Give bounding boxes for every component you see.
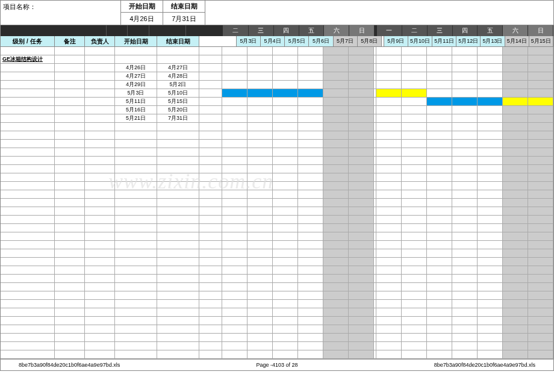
gantt-cell [222,216,247,223]
gantt-cell [323,308,349,316]
gantt-cell [323,241,349,249]
table-row [1,266,553,275]
gantt-cell [503,55,528,63]
gantt-cell [402,106,427,114]
gantt-cell [427,308,452,316]
gantt-cell [402,72,427,80]
gantt-cell [452,81,478,89]
gantt-cell [376,266,402,274]
table-row: GE冰箱结构设计 [1,55,553,64]
gantt-cell [247,47,273,55]
gantt-cell [376,258,402,266]
gantt-cell [247,165,273,173]
gantt-cell [323,173,349,181]
gantt-cell [402,325,427,333]
gantt-cell [349,131,374,139]
gantt-cell [273,241,298,249]
gantt-cell [273,232,298,240]
gantt-cell [222,249,247,257]
gantt-cell [349,241,374,249]
gantt-cell [427,283,452,291]
gantt-cell [222,291,247,299]
gantt-cell [298,47,323,55]
gantt-cell [402,55,427,63]
gantt-cell [323,89,349,97]
gantt-cell [427,114,452,122]
weekday-cell: 六 [503,25,528,36]
gantt-cell [298,308,323,316]
gantt-cell [478,350,503,358]
gantt-cell [427,216,452,223]
date-header-cell: 5月7日 [334,36,358,46]
gantt-cell [247,64,273,72]
gantt-cell [427,207,452,215]
gantt-cell [222,275,247,282]
gantt-cell [323,157,349,164]
date-header-cell: 5月5日 [285,36,309,46]
gantt-cell [376,165,402,173]
gantt-cell [222,334,247,341]
footer-filename-left: 8be7b3a90f84de20c1b0f6ae4a9e97bd.xls [19,362,120,368]
gantt-cell [247,114,273,122]
gantt-cell [402,216,427,223]
gantt-cell [298,266,323,274]
gantt-cell [323,334,349,341]
table-row [1,165,553,173]
gantt-cell [402,173,427,181]
gantt-cell [349,98,374,105]
gantt-cell [323,224,349,232]
gantt-cell [528,47,553,55]
gantt-cell [528,325,553,333]
gantt-cell [427,275,452,282]
gantt-cell [247,199,273,207]
gantt-cell [273,89,298,97]
table-row [1,224,553,232]
gantt-cell [349,114,374,122]
gantt-cell [452,241,478,249]
gantt-cell [402,258,427,266]
gantt-cell [273,275,298,282]
gantt-cell [273,114,298,122]
gantt-cell [298,275,323,282]
table-row [1,47,553,55]
gantt-cell [273,224,298,232]
gantt-cell [528,266,553,274]
gantt-cell [503,258,528,266]
gantt-cell [323,114,349,122]
gantt-cell [503,131,528,139]
gantt-cell [452,72,478,80]
gantt-cell [503,47,528,55]
gantt-cell [478,114,503,122]
gantt-cell [402,190,427,198]
gantt-cell [247,350,273,358]
gantt-cell [478,140,503,148]
gantt-cell [298,64,323,72]
gantt-cell [503,207,528,215]
gantt-cell [402,182,427,190]
table-row: 4月27日4月28日 [1,72,553,81]
gantt-cell [376,81,402,89]
gantt-cell [323,249,349,257]
gantt-cell [247,173,273,181]
weekday-cell: 三 [428,25,453,36]
gantt-cell [427,342,452,350]
gantt-cell [222,89,247,97]
gantt-cell [478,157,503,164]
gantt-cell [222,165,247,173]
gantt-cell [503,148,528,156]
footer-filename-right: 8be7b3a90f84de20c1b0f6ae4a9e97bd.xls [434,362,535,368]
gantt-cell [349,199,374,207]
gantt-cell [478,249,503,257]
gantt-cell [349,216,374,223]
gantt-cell [503,350,528,358]
date-header-block: 开始日期 结束日期 4月26日 7月31日 [121,1,205,25]
gantt-cell [323,140,349,148]
table-row [1,342,553,350]
date-header-cell: 5月11日 [432,36,456,46]
table-row: 5月3日5月10日 [1,89,553,98]
gantt-cell [323,232,349,240]
gantt-cell [323,216,349,223]
gantt-cell [298,258,323,266]
gantt-cell [298,241,323,249]
gantt-cell [528,98,553,105]
